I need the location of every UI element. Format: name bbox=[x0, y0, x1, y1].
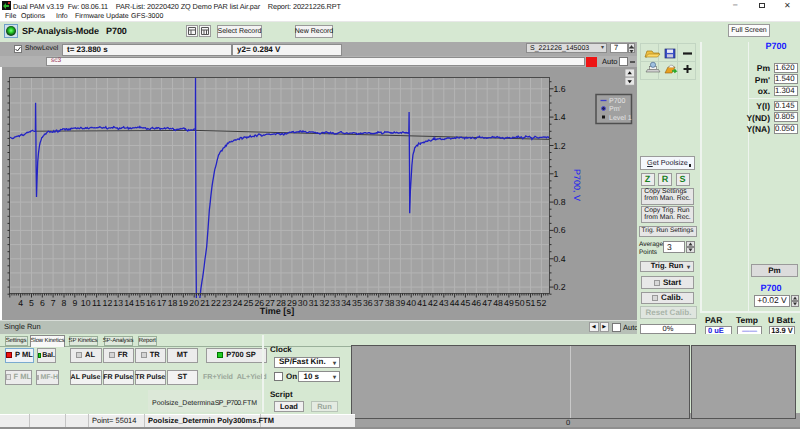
svg-text:36: 36 bbox=[363, 298, 373, 308]
svg-text:19: 19 bbox=[178, 298, 188, 308]
svg-text:42: 42 bbox=[428, 298, 438, 308]
svg-text:49: 49 bbox=[504, 298, 514, 308]
svg-text:Time [s]: Time [s] bbox=[260, 306, 294, 316]
svg-text:21: 21 bbox=[200, 298, 210, 308]
svg-text:24: 24 bbox=[233, 298, 243, 308]
svg-text:43: 43 bbox=[439, 298, 449, 308]
svg-text:34: 34 bbox=[341, 298, 351, 308]
svg-text:6: 6 bbox=[40, 298, 45, 308]
svg-text:22: 22 bbox=[211, 298, 221, 308]
svg-text:25: 25 bbox=[244, 298, 254, 308]
svg-text:16: 16 bbox=[146, 298, 156, 308]
svg-text:10: 10 bbox=[81, 298, 91, 308]
svg-text:37: 37 bbox=[374, 298, 384, 308]
svg-text:P700, V: P700, V bbox=[572, 169, 582, 201]
svg-text:48: 48 bbox=[493, 298, 503, 308]
svg-text:32: 32 bbox=[320, 298, 330, 308]
svg-text:0.4: 0.4 bbox=[554, 254, 566, 264]
svg-text:15: 15 bbox=[135, 298, 145, 308]
svg-text:45: 45 bbox=[461, 298, 471, 308]
svg-text:38: 38 bbox=[385, 298, 395, 308]
svg-text:12: 12 bbox=[103, 298, 113, 308]
svg-text:0.6: 0.6 bbox=[554, 225, 566, 235]
svg-text:41: 41 bbox=[417, 298, 427, 308]
svg-text:0.8: 0.8 bbox=[554, 197, 566, 207]
svg-text:40: 40 bbox=[406, 298, 416, 308]
svg-text:9: 9 bbox=[72, 298, 77, 308]
svg-text:52: 52 bbox=[537, 298, 547, 308]
svg-text:14: 14 bbox=[124, 298, 134, 308]
svg-text:1.2: 1.2 bbox=[554, 141, 566, 151]
svg-text:30: 30 bbox=[298, 298, 308, 308]
svg-text:7: 7 bbox=[51, 298, 56, 308]
svg-text:5: 5 bbox=[29, 298, 34, 308]
svg-text:Level 1: Level 1 bbox=[609, 114, 632, 122]
svg-text:47: 47 bbox=[482, 298, 492, 308]
svg-text:P700: P700 bbox=[609, 98, 625, 105]
svg-text:46: 46 bbox=[471, 298, 481, 308]
svg-text:44: 44 bbox=[450, 298, 460, 308]
svg-text:1: 1 bbox=[554, 169, 559, 179]
svg-text:8: 8 bbox=[62, 298, 67, 308]
svg-text:23: 23 bbox=[222, 298, 232, 308]
svg-text:1.6: 1.6 bbox=[554, 84, 566, 94]
svg-text:20: 20 bbox=[189, 298, 199, 308]
svg-text:33: 33 bbox=[330, 298, 340, 308]
svg-text:11: 11 bbox=[92, 298, 101, 308]
svg-text:4: 4 bbox=[18, 298, 23, 308]
svg-text:17: 17 bbox=[157, 298, 167, 308]
svg-text:50: 50 bbox=[515, 298, 525, 308]
svg-text:39: 39 bbox=[396, 298, 406, 308]
svg-text:13: 13 bbox=[113, 298, 123, 308]
svg-text:31: 31 bbox=[309, 298, 319, 308]
svg-text:1.4: 1.4 bbox=[554, 112, 566, 122]
svg-text:35: 35 bbox=[352, 298, 362, 308]
svg-text:18: 18 bbox=[168, 298, 178, 308]
svg-text:Pm': Pm' bbox=[609, 106, 621, 113]
svg-text:0.2: 0.2 bbox=[554, 282, 566, 292]
svg-text:51: 51 bbox=[526, 298, 536, 308]
